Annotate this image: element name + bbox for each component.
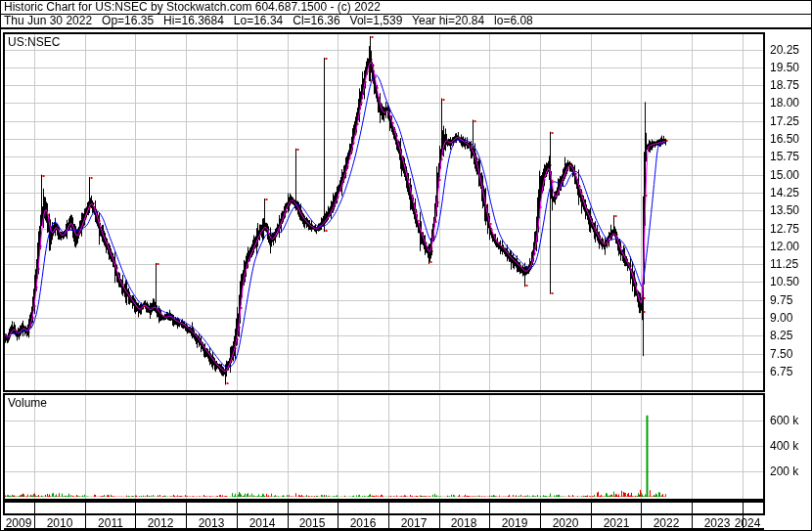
volume-axis-label: 200 k [770,465,798,478]
price-axis-label: 7.50 [770,347,792,361]
price-axis-label: 17.25 [770,114,799,128]
x-axis-year-label: 2009 [0,516,40,530]
volume-pane-title: Volume [8,396,47,410]
x-axis-year-label: 2024 [726,516,769,530]
x-axis-year-label: 2015 [291,516,334,530]
symbol-label: US:NSEC [8,35,60,49]
price-axis-label: 12.75 [770,222,799,236]
x-axis-year-label: 2010 [38,516,81,530]
price-axis-label: 18.75 [770,78,799,92]
price-axis-label: 16.50 [770,132,799,146]
stock-chart-canvas [0,0,812,531]
price-axis-label: 13.50 [770,203,799,217]
volume-axis-label: 400 k [770,439,798,453]
price-axis-label: 8.25 [770,329,792,342]
price-axis-label: 9.75 [770,293,792,307]
price-axis-label: 15.75 [770,150,799,163]
x-axis-year-label: 2021 [595,516,638,530]
x-axis-year-label: 2020 [544,516,587,530]
price-axis-label: 11.25 [770,257,798,271]
x-axis-year-label: 2012 [139,516,182,530]
x-axis-year-label: 2013 [190,516,233,530]
stock-chart-window: Historic Chart for US:NSEC by Stockwatch… [0,0,812,531]
price-axis-label: 18.00 [770,96,799,110]
price-axis-label: 20.25 [770,43,799,57]
price-axis-label: 14.25 [770,186,799,199]
x-axis-year-label: 2018 [442,516,485,530]
price-axis-label: 6.75 [770,365,792,378]
price-axis-label: 19.50 [770,61,799,74]
price-axis-label: 9.00 [770,311,792,325]
price-axis-label: 10.50 [770,275,799,288]
x-axis-year-label: 2014 [241,516,284,530]
quote-summary: Thu Jun 30 2022 Op=16.35 Hi=16.3684 Lo=1… [4,15,533,27]
x-axis-year-label: 2017 [392,516,435,530]
volume-axis-label: 600 k [770,414,798,427]
price-axis-label: 15.00 [770,168,799,182]
x-axis-year-label: 2011 [89,516,132,530]
price-axis-label: 12.00 [770,240,799,253]
x-axis-year-label: 2016 [341,516,384,530]
x-axis-year-label: 2022 [645,516,688,530]
chart-title: Historic Chart for US:NSEC by Stockwatch… [4,1,381,14]
x-axis-year-label: 2019 [493,516,536,530]
